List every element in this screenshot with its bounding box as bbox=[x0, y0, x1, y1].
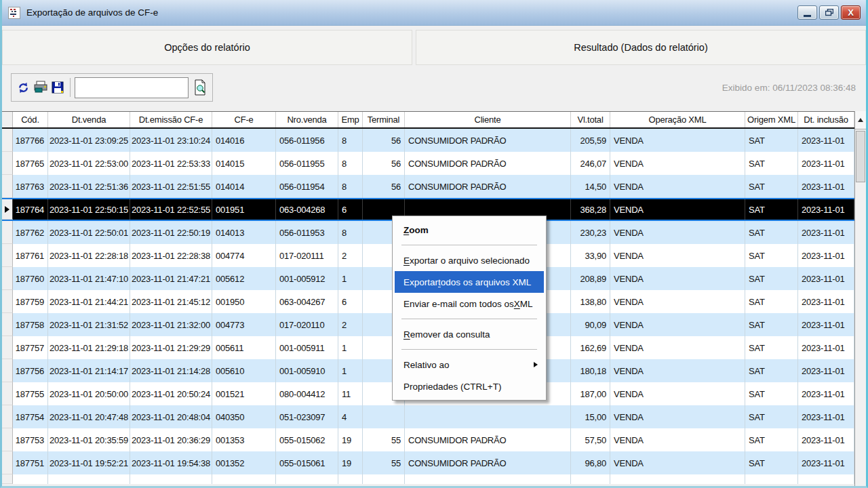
menu-item-enviar-e-mail-com-todos-os-xml[interactable]: Enviar e-mail com todos os XML bbox=[395, 293, 544, 314]
search-input[interactable] bbox=[75, 77, 189, 98]
displayed-at-timestamp: Exibido em: 06/11/2023 08:36:48 bbox=[722, 83, 856, 93]
cell-nro-venda: 056-011956 bbox=[276, 129, 338, 152]
menu-item-relativo-ao[interactable]: Relativo ao bbox=[395, 354, 544, 375]
cell-cod: 187762 bbox=[13, 221, 48, 244]
cell-origem-xml: SAT bbox=[745, 359, 798, 382]
cell-emp: 1 bbox=[338, 359, 363, 382]
minimize-icon bbox=[804, 15, 811, 17]
cell-emp: 6 bbox=[338, 290, 363, 313]
save-button[interactable] bbox=[50, 79, 65, 96]
cell-operacao-xml: VENDA bbox=[610, 336, 745, 359]
cell-cod: 187758 bbox=[13, 313, 48, 336]
column-header-cf-e[interactable]: CF-e bbox=[212, 112, 276, 127]
close-icon: X bbox=[848, 7, 854, 18]
row-indicator bbox=[2, 382, 13, 405]
cell-dt-inclusao: 2023-11-01 bbox=[798, 359, 854, 382]
cell-empty bbox=[571, 474, 610, 484]
tab-label: Opções do relatório bbox=[164, 42, 250, 53]
cell-dt-venda: 2023-11-01 21:44:21 bbox=[48, 290, 130, 313]
row-indicator bbox=[2, 359, 13, 382]
table-row[interactable]: 1877512023-11-01 19:52:212023-11-01 19:5… bbox=[2, 451, 854, 474]
cell-emp: 11 bbox=[338, 382, 363, 405]
cell-emp: 19 bbox=[338, 428, 363, 451]
scrollbar-thumb[interactable] bbox=[856, 131, 865, 182]
cell-nro-venda: 056-011953 bbox=[276, 221, 338, 244]
column-header-origem-xml[interactable]: Origem XML bbox=[745, 112, 798, 127]
vertical-scrollbar[interactable] bbox=[854, 111, 866, 486]
cell-dt-venda: 2023-11-01 21:31:52 bbox=[48, 313, 130, 336]
column-header-emp[interactable]: Emp bbox=[338, 112, 363, 127]
cell-terminal: 55 bbox=[363, 428, 405, 451]
menu-item-zoom[interactable]: Zoom bbox=[395, 219, 544, 241]
menu-item-exportar-o-arquivo-selecionado[interactable]: Exportar o arquivo selecionado bbox=[395, 249, 544, 271]
cell-dt-emissao-cf-e: 2023-11-01 21:45:12 bbox=[130, 290, 212, 313]
cell-terminal: 56 bbox=[363, 175, 405, 198]
print-button[interactable] bbox=[33, 79, 48, 96]
cell-operacao-xml: VENDA bbox=[610, 129, 745, 152]
context-menu: ZoomExportar o arquivo selecionadoExport… bbox=[392, 216, 547, 401]
table-row[interactable]: 1877532023-11-01 20:35:592023-11-01 20:3… bbox=[2, 428, 854, 451]
cell-dt-inclusao: 2023-11-01 bbox=[798, 336, 854, 359]
column-header-dt-emissao-cf-e[interactable]: Dt.emissão CF-e bbox=[130, 112, 212, 127]
cell-dt-emissao-cf-e: 2023-11-01 20:36:29 bbox=[130, 428, 212, 451]
column-header-dt-inclusao[interactable]: Dt. inclusão bbox=[798, 112, 854, 127]
cell-dt-venda: 2023-11-01 21:47:10 bbox=[48, 267, 130, 290]
tab-bar: Opções do relatório Resultado (Dados do … bbox=[2, 30, 866, 65]
cell-dt-inclusao: 2023-11-01 bbox=[798, 382, 854, 405]
column-header-operacao-xml[interactable]: Operação XML bbox=[610, 112, 745, 127]
column-header-cliente[interactable]: Cliente bbox=[405, 112, 571, 127]
cell-emp: 8 bbox=[338, 175, 363, 198]
preview-search-button[interactable] bbox=[191, 76, 209, 99]
row-indicator bbox=[2, 290, 13, 313]
cell-emp: 8 bbox=[338, 152, 363, 175]
cell-vl-total: 138,80 bbox=[571, 290, 610, 313]
menu-item-remover-da-consulta[interactable]: Remover da consulta bbox=[395, 323, 544, 345]
cell-nro-venda: 055-015062 bbox=[276, 428, 338, 451]
submenu-arrow-icon bbox=[534, 362, 538, 367]
cell-dt-emissao-cf-e: 2023-11-01 22:53:33 bbox=[130, 152, 212, 175]
cell-cod: 187757 bbox=[13, 336, 48, 359]
cell-empty bbox=[405, 474, 571, 484]
cell-dt-emissao-cf-e: 2023-11-01 21:14:28 bbox=[130, 359, 212, 382]
cell-terminal: 56 bbox=[363, 129, 405, 152]
table-row[interactable]: 1877542023-11-01 20:47:482023-11-01 20:4… bbox=[2, 405, 854, 428]
table-row[interactable]: 1877662023-11-01 23:09:252023-11-01 23:1… bbox=[2, 129, 854, 152]
scroll-up-button[interactable] bbox=[855, 111, 866, 129]
menu-item-exportar-todos-os-arquivos-xml[interactable]: Exportar todos os arquivos XML bbox=[395, 271, 544, 293]
column-header-dt-venda[interactable]: Dt.venda bbox=[48, 112, 130, 127]
cell-dt-emissao-cf-e: 2023-11-01 21:29:29 bbox=[130, 336, 212, 359]
column-header-cod[interactable]: Cód. bbox=[13, 112, 48, 127]
cell-cod: 187756 bbox=[13, 359, 48, 382]
toolbar: Exibido em: 06/11/2023 08:36:48 bbox=[2, 72, 866, 103]
table-row[interactable]: 1877632023-11-01 22:51:362023-11-01 22:5… bbox=[2, 175, 854, 198]
row-indicator bbox=[2, 129, 13, 152]
cell-vl-total: 180,18 bbox=[571, 359, 610, 382]
column-header-vl-total[interactable]: Vl.total bbox=[571, 112, 610, 127]
toolbar-separator bbox=[70, 78, 71, 97]
menu-separator bbox=[401, 319, 537, 319]
cell-dt-emissao-cf-e: 2023-11-01 19:54:38 bbox=[130, 451, 212, 474]
restore-button[interactable] bbox=[819, 5, 839, 20]
refresh-icon bbox=[17, 81, 30, 94]
cell-origem-xml: SAT bbox=[745, 290, 798, 313]
cell-cod: 187751 bbox=[13, 451, 48, 474]
tab-opcoes-do-relatorio[interactable]: Opções do relatório bbox=[2, 30, 412, 65]
cell-cod: 187763 bbox=[13, 175, 48, 198]
cell-dt-emissao-cf-e: 2023-11-01 22:50:19 bbox=[130, 221, 212, 244]
cell-vl-total: 90,09 bbox=[571, 313, 610, 336]
menu-item-propriedades-ctrl-t[interactable]: Propriedades (CTRL+T) bbox=[395, 375, 544, 397]
close-button[interactable]: X bbox=[841, 5, 861, 20]
tab-resultado-dados[interactable]: Resultado (Dados do relatório) bbox=[416, 30, 866, 65]
column-header-terminal[interactable]: Terminal bbox=[363, 112, 405, 127]
cell-cf-e: 014014 bbox=[212, 175, 276, 198]
table-row[interactable]: 1877652023-11-01 22:53:002023-11-01 22:5… bbox=[2, 152, 854, 175]
cell-dt-venda: 2023-11-01 20:50:00 bbox=[48, 382, 130, 405]
cell-cliente: CONSUMIDOR PADRÃO bbox=[405, 152, 571, 175]
refresh-button[interactable] bbox=[16, 79, 31, 96]
cell-origem-xml: SAT bbox=[745, 336, 798, 359]
column-header-nro-venda[interactable]: Nro.venda bbox=[276, 112, 338, 127]
cell-operacao-xml: VENDA bbox=[610, 359, 745, 382]
cell-cod: 187753 bbox=[13, 428, 48, 451]
cell-origem-xml: SAT bbox=[745, 129, 798, 152]
minimize-button[interactable] bbox=[797, 5, 817, 20]
